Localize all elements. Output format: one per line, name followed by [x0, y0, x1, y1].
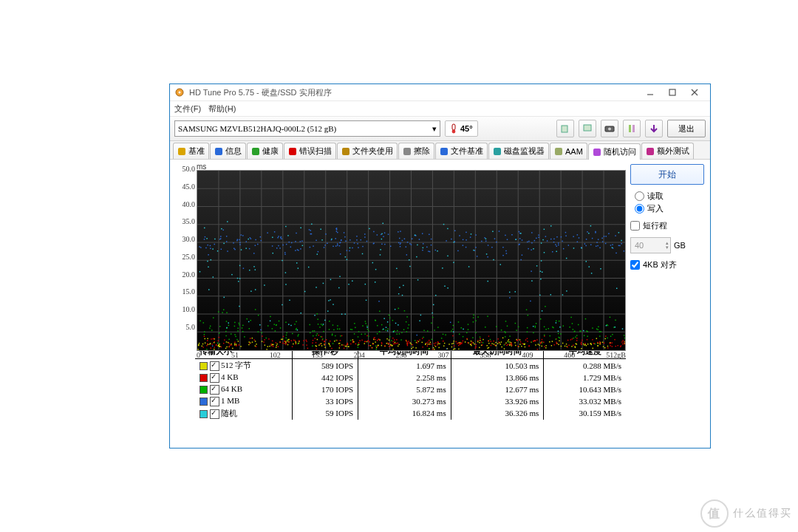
series-toggle[interactable] — [210, 361, 219, 371]
svg-rect-854 — [496, 242, 497, 242]
svg-rect-71 — [410, 343, 411, 344]
svg-rect-572 — [272, 341, 273, 341]
svg-rect-921 — [239, 239, 239, 240]
svg-rect-1242 — [239, 306, 239, 307]
svg-rect-168 — [214, 342, 214, 343]
svg-rect-702 — [228, 339, 229, 340]
series-toggle[interactable] — [210, 409, 219, 419]
svg-rect-492 — [390, 345, 391, 346]
save-button[interactable] — [645, 120, 663, 137]
svg-rect-69 — [411, 344, 412, 344]
svg-rect-598 — [219, 332, 219, 333]
svg-rect-1037 — [255, 245, 256, 245]
start-button[interactable]: 开始 — [630, 164, 704, 185]
svg-rect-1083 — [337, 243, 338, 244]
svg-rect-399 — [463, 341, 463, 341]
copy-info-button[interactable] — [556, 120, 574, 137]
svg-rect-131 — [293, 344, 293, 344]
svg-rect-412 — [395, 343, 395, 344]
svg-rect-1244 — [288, 324, 289, 324]
svg-rect-281 — [591, 344, 592, 345]
menu-file[interactable]: 文件(F) — [174, 103, 201, 115]
svg-rect-1127 — [485, 238, 486, 239]
svg-rect-734 — [558, 337, 559, 338]
svg-rect-1027 — [426, 247, 427, 248]
short-stroke-checkbox[interactable]: 短行程 — [630, 220, 704, 231]
svg-rect-694 — [249, 328, 250, 329]
svg-rect-486 — [256, 346, 256, 347]
tab-icon — [554, 147, 563, 156]
tab-10[interactable]: 额外测试 — [641, 143, 694, 159]
exit-button[interactable]: 退出 — [667, 120, 706, 137]
menu-help[interactable]: 帮助(H) — [208, 103, 236, 115]
svg-rect-1166 — [566, 290, 567, 291]
tab-5[interactable]: 擦除 — [398, 143, 434, 159]
tab-0[interactable]: 基准 — [173, 143, 209, 159]
svg-rect-871 — [282, 245, 283, 245]
svg-rect-394 — [511, 344, 512, 345]
svg-rect-1179 — [453, 262, 454, 262]
svg-rect-950 — [354, 242, 355, 243]
mode-write-radio[interactable]: 写入 — [635, 203, 704, 214]
close-button[interactable] — [683, 86, 706, 99]
svg-rect-738 — [335, 340, 336, 341]
screenshot-button[interactable] — [601, 120, 618, 137]
svg-rect-743 — [317, 318, 318, 319]
svg-rect-639 — [404, 310, 405, 311]
svg-rect-481 — [339, 345, 340, 346]
tab-4[interactable]: 文件夹使用 — [337, 143, 398, 159]
svg-rect-658 — [272, 328, 273, 329]
svg-rect-750 — [320, 336, 321, 337]
svg-rect-912 — [605, 243, 606, 244]
svg-rect-946 — [463, 239, 463, 240]
series-toggle[interactable] — [210, 397, 219, 406]
tab-7[interactable]: 磁盘监视器 — [488, 143, 549, 159]
series-toggle[interactable] — [210, 373, 219, 383]
svg-rect-584 — [333, 330, 334, 330]
svg-point-11 — [608, 128, 611, 131]
tab-8[interactable]: AAM — [550, 143, 587, 159]
align-4kb-checkbox[interactable]: 4KB 对齐 — [630, 259, 704, 270]
svg-rect-446 — [467, 342, 468, 343]
svg-rect-640 — [368, 335, 369, 336]
mode-read-radio[interactable]: 读取 — [635, 191, 704, 202]
svg-rect-1254 — [387, 321, 388, 322]
svg-rect-604 — [401, 332, 402, 332]
svg-rect-720 — [226, 312, 227, 313]
copy-screenshot-button[interactable] — [579, 120, 596, 137]
svg-rect-960 — [388, 233, 389, 234]
svg-rect-1094 — [454, 242, 454, 242]
svg-rect-480 — [216, 344, 216, 345]
svg-rect-708 — [355, 327, 355, 328]
svg-rect-1031 — [233, 242, 233, 243]
minimize-button[interactable] — [639, 86, 661, 99]
svg-rect-863 — [358, 247, 358, 248]
svg-rect-329 — [270, 344, 271, 344]
svg-rect-688 — [364, 333, 365, 334]
short-stroke-input[interactable]: 40 ▴▾ — [630, 237, 671, 253]
svg-rect-835 — [249, 248, 250, 249]
svg-rect-615 — [234, 326, 235, 327]
tab-3[interactable]: 错误扫描 — [284, 143, 336, 159]
svg-rect-746 — [204, 331, 205, 332]
svg-rect-820 — [209, 327, 210, 328]
maximize-button[interactable] — [661, 86, 683, 99]
svg-rect-1092 — [250, 238, 251, 239]
tab-1[interactable]: 信息 — [210, 143, 246, 159]
svg-rect-997 — [556, 245, 556, 246]
svg-rect-16 — [252, 148, 259, 155]
series-toggle[interactable] — [210, 385, 219, 395]
tab-6[interactable]: 文件基准 — [435, 143, 488, 159]
svg-rect-456 — [284, 341, 284, 341]
svg-rect-1155 — [442, 267, 443, 268]
svg-rect-225 — [561, 346, 562, 347]
tab-2[interactable]: 健康 — [247, 143, 283, 159]
drive-select[interactable]: SAMSUNG MZVLB512HAJQ-000L2 (512 gB) ▾ — [174, 120, 440, 137]
svg-rect-236 — [375, 341, 375, 342]
svg-rect-754 — [403, 329, 404, 330]
options-button[interactable] — [623, 120, 641, 137]
svg-rect-817 — [501, 330, 502, 330]
svg-rect-685 — [399, 333, 400, 334]
svg-rect-789 — [552, 327, 553, 327]
tab-9[interactable]: 随机访问 — [588, 143, 641, 160]
